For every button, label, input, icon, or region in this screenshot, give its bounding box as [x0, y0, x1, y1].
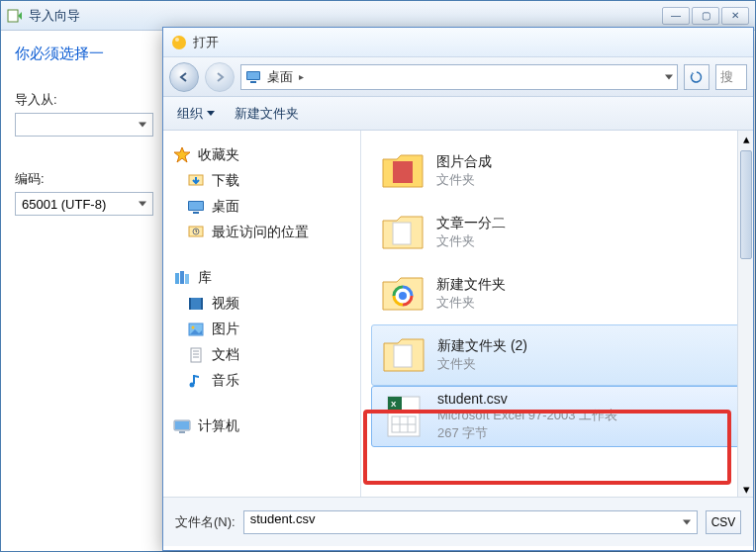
download-icon — [187, 172, 205, 190]
file-item-selected[interactable]: X student.csv Microsoft Excel 97-2003 工作… — [371, 386, 743, 447]
dialog-content: 收藏夹 下载 桌面 最近访问的位置 库 视频 — [163, 131, 753, 497]
svg-rect-9 — [193, 212, 199, 214]
address-dropdown-icon[interactable] — [665, 74, 673, 79]
svg-text:X: X — [391, 400, 397, 409]
desktop-icon — [187, 198, 205, 216]
sidebar-item-label: 计算机 — [198, 417, 239, 435]
file-item[interactable]: 新建文件夹 文件夹 — [371, 263, 743, 324]
file-name: student.csv — [437, 391, 617, 407]
filetype-label: CSV — [711, 515, 736, 529]
import-wizard-title: 导入向导 — [29, 7, 662, 25]
search-placeholder: 搜 — [720, 68, 733, 86]
sidebar-libraries[interactable]: 库 — [169, 265, 354, 291]
sidebar-item-label: 音乐 — [212, 372, 239, 390]
folder-icon — [379, 209, 426, 256]
svg-rect-4 — [247, 72, 259, 79]
file-item[interactable]: 文章一分二 文件夹 — [371, 202, 743, 263]
csv-file-icon: X — [380, 393, 427, 440]
import-wizard-icon — [7, 8, 23, 24]
sidebar-item-label: 桌面 — [212, 198, 239, 216]
file-type: 文件夹 — [436, 232, 506, 250]
toolbar: 组织 新建文件夹 — [163, 97, 753, 131]
sidebar-item-label: 图片 — [212, 321, 239, 338]
sidebar-computer[interactable]: 计算机 — [169, 414, 354, 439]
file-type: Microsoft Excel 97-2003 工作表 — [437, 407, 617, 424]
star-icon — [173, 146, 191, 164]
new-folder-label: 新建文件夹 — [235, 105, 299, 123]
library-icon — [173, 269, 191, 287]
sidebar-item-downloads[interactable]: 下载 — [169, 168, 354, 194]
svg-point-2 — [175, 38, 179, 42]
filename-value: student.csv — [250, 511, 316, 526]
file-item[interactable]: 图片合成 文件夹 — [371, 140, 743, 202]
file-name: 新建文件夹 — [436, 276, 506, 294]
svg-rect-8 — [189, 202, 203, 210]
scrollbar-thumb[interactable] — [740, 150, 752, 259]
svg-rect-26 — [175, 421, 189, 429]
documents-icon — [187, 346, 205, 364]
search-input[interactable]: 搜 — [715, 64, 747, 90]
svg-point-19 — [192, 326, 195, 329]
navigation-bar: 桌面 ▸ 搜 — [163, 57, 753, 97]
address-bar[interactable]: 桌面 ▸ — [240, 64, 678, 90]
back-button[interactable] — [169, 62, 199, 92]
svg-rect-14 — [185, 274, 189, 284]
file-size: 267 字节 — [437, 424, 617, 442]
scroll-up-icon[interactable]: ▴ — [738, 131, 753, 146]
address-arrow-icon: ▸ — [299, 71, 304, 82]
sidebar-item-videos[interactable]: 视频 — [169, 291, 354, 317]
svg-point-24 — [190, 383, 195, 388]
sidebar-item-label: 视频 — [212, 295, 239, 313]
recent-icon — [187, 224, 205, 241]
filename-label: 文件名(N): — [175, 513, 236, 531]
open-dialog-titlebar[interactable]: 打开 — [163, 28, 753, 57]
window-controls: — ▢ ✕ — [662, 7, 749, 25]
filename-row: 文件名(N): student.csv CSV — [163, 497, 753, 546]
filetype-dropdown[interactable]: CSV — [706, 510, 741, 534]
sidebar-item-label: 下载 — [212, 172, 239, 190]
computer-icon — [173, 417, 191, 435]
chevron-down-icon — [207, 111, 215, 116]
file-open-dialog: 打开 桌面 ▸ 搜 组织 新建文件夹 — [162, 27, 754, 551]
svg-rect-36 — [394, 345, 412, 367]
open-dialog-title: 打开 — [193, 34, 219, 51]
refresh-button[interactable] — [684, 64, 709, 90]
filename-input[interactable]: student.csv — [243, 510, 698, 534]
file-name: 新建文件夹 (2) — [437, 337, 527, 355]
minimize-button[interactable]: — — [662, 7, 690, 25]
file-list: ▴ ▾ 图片合成 文件夹 文章一分二 文件夹 — [361, 131, 753, 497]
forward-button[interactable] — [205, 62, 235, 92]
svg-rect-0 — [8, 10, 18, 22]
maximize-button[interactable]: ▢ — [692, 7, 719, 25]
svg-rect-17 — [201, 298, 203, 310]
sidebar-item-label: 库 — [198, 269, 212, 287]
sidebar-item-label: 最近访问的位置 — [212, 224, 309, 241]
sidebar-favorites[interactable]: 收藏夹 — [169, 142, 354, 168]
sidebar-item-pictures[interactable]: 图片 — [169, 317, 354, 342]
svg-rect-28 — [393, 161, 413, 183]
folder-icon — [379, 270, 426, 318]
scroll-down-icon[interactable]: ▾ — [738, 481, 753, 497]
close-button[interactable]: ✕ — [721, 7, 749, 25]
file-item[interactable]: 新建文件夹 (2) 文件夹 — [371, 324, 743, 386]
encoding-dropdown[interactable]: 65001 (UTF-8) — [15, 192, 153, 216]
sidebar-item-documents[interactable]: 文档 — [169, 342, 354, 368]
organize-menu[interactable]: 组织 — [177, 105, 215, 123]
svg-point-35 — [399, 292, 407, 300]
svg-rect-27 — [179, 431, 185, 433]
sidebar-item-music[interactable]: 音乐 — [169, 368, 354, 394]
svg-rect-15 — [189, 298, 203, 310]
import-from-dropdown[interactable] — [15, 113, 153, 137]
sidebar-item-label: 收藏夹 — [198, 146, 239, 164]
svg-rect-5 — [250, 81, 256, 83]
sidebar-item-label: 文档 — [212, 346, 239, 364]
sidebar-item-desktop[interactable]: 桌面 — [169, 194, 354, 220]
new-folder-button[interactable]: 新建文件夹 — [235, 105, 299, 123]
svg-rect-12 — [175, 273, 179, 284]
svg-rect-20 — [191, 348, 201, 362]
sidebar-item-recent[interactable]: 最近访问的位置 — [169, 220, 354, 245]
svg-rect-29 — [393, 223, 411, 244]
file-type: 文件夹 — [437, 355, 527, 373]
desktop-icon — [245, 69, 261, 85]
scrollbar[interactable]: ▴ ▾ — [737, 131, 753, 497]
